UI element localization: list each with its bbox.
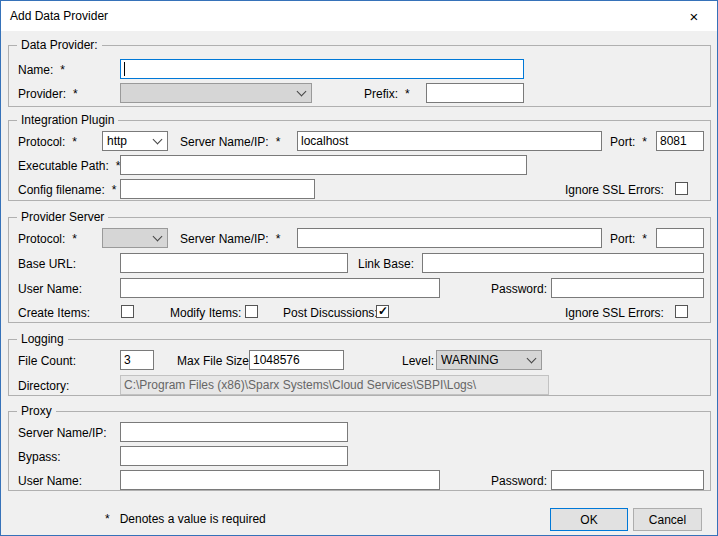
post-discussions-label: Post Discussions: [283, 306, 378, 320]
required-marker: * [405, 87, 410, 101]
prefix-label: Prefix: * [364, 87, 410, 101]
ip-port-label: Port: * [610, 135, 647, 149]
group-data-provider: Data Provider: Name: * Provider: * Prefi… [8, 45, 711, 107]
ip-protocol-label: Protocol: * [18, 135, 77, 149]
modify-items-checkbox[interactable] [245, 305, 258, 318]
ps-server-input[interactable] [297, 228, 602, 248]
provider-label-text: Provider: [18, 87, 66, 101]
ip-server-input[interactable] [297, 131, 602, 151]
base-url-input[interactable] [120, 253, 348, 273]
level-select-value: WARNING [441, 353, 522, 367]
ps-port-input[interactable] [656, 228, 704, 248]
close-icon: × [690, 8, 699, 25]
required-marker: * [72, 135, 77, 149]
ip-server-label: Server Name/IP: * [180, 135, 280, 149]
bypass-input[interactable] [120, 446, 348, 466]
ip-protocol-select-value: http [107, 134, 148, 148]
required-marker: * [73, 87, 78, 101]
add-data-provider-dialog: Add Data Provider × Data Provider: Name:… [0, 0, 718, 536]
proxy-server-input[interactable] [120, 422, 348, 442]
group-logging: Logging File Count: Max File Size: Level… [8, 339, 711, 396]
ps-user-name-input[interactable] [120, 278, 440, 298]
group-title-logging: Logging [17, 332, 68, 346]
proxy-user-name-label: User Name: [18, 474, 82, 488]
ps-port-label-text: Port: [610, 232, 635, 246]
proxy-user-name-input[interactable] [120, 470, 440, 490]
required-marker: * [642, 135, 647, 149]
level-label-text: Level: [402, 354, 434, 368]
modify-items-label-text: Modify Items: [170, 306, 241, 320]
ps-user-name-label: User Name: [18, 282, 82, 296]
prefix-input[interactable] [426, 83, 524, 103]
name-label: Name: * [18, 63, 65, 77]
proxy-server-label-text: Server Name/IP: [18, 426, 107, 440]
chevron-down-icon [153, 134, 163, 144]
group-title-integration-plugin: Integration Plugin [17, 113, 118, 127]
cancel-button[interactable]: Cancel [633, 508, 702, 531]
link-base-input[interactable] [422, 253, 704, 273]
proxy-password-input[interactable] [551, 470, 704, 490]
level-select[interactable]: WARNING [436, 350, 542, 370]
chevron-down-icon [153, 231, 163, 241]
required-note-text: Denotes a value is required [120, 512, 266, 526]
create-items-checkbox[interactable] [121, 305, 134, 318]
post-discussions-checkbox[interactable] [376, 305, 389, 318]
ip-port-input[interactable] [656, 131, 704, 151]
group-provider-server: Provider Server Protocol: * Server Name/… [8, 217, 711, 323]
required-marker: * [642, 232, 647, 246]
bypass-label: Bypass: [18, 450, 61, 464]
ip-ignore-ssl-label-text: Ignore SSL Errors: [565, 183, 664, 197]
window-title: Add Data Provider [10, 9, 108, 23]
ps-server-label-text: Server Name/IP: [180, 232, 269, 246]
group-integration-plugin: Integration Plugin Protocol: * http Serv… [8, 120, 711, 201]
provider-select[interactable] [120, 83, 312, 103]
required-marker: * [112, 183, 117, 197]
titlebar: Add Data Provider [1, 1, 717, 31]
required-marker: * [276, 232, 281, 246]
ok-button[interactable]: OK [550, 508, 628, 531]
ps-protocol-label-text: Protocol: [18, 232, 65, 246]
file-count-label-text: File Count: [18, 354, 76, 368]
create-items-label: Create Items: [18, 306, 90, 320]
max-file-size-input[interactable] [249, 350, 344, 370]
ip-server-label-text: Server Name/IP: [180, 135, 269, 149]
group-proxy: Proxy Server Name/IP: Bypass: User Name:… [8, 411, 711, 491]
base-url-label-text: Base URL: [18, 257, 76, 271]
directory-label-text: Directory: [18, 379, 69, 393]
ip-protocol-select[interactable]: http [102, 131, 168, 151]
ps-user-name-label-text: User Name: [18, 282, 82, 296]
ps-port-label: Port: * [610, 232, 647, 246]
ip-ignore-ssl-checkbox[interactable] [675, 182, 688, 195]
required-marker: * [105, 512, 110, 526]
modify-items-label: Modify Items: [170, 306, 241, 320]
prefix-label-text: Prefix: [364, 87, 398, 101]
file-count-input[interactable] [120, 350, 154, 370]
close-button[interactable]: × [671, 1, 717, 31]
ps-ignore-ssl-checkbox[interactable] [675, 305, 688, 318]
required-marker: * [276, 135, 281, 149]
required-marker: * [60, 63, 65, 77]
link-base-label: Link Base: [358, 257, 414, 271]
directory-field [120, 375, 549, 395]
provider-label: Provider: * [18, 87, 78, 101]
executable-path-input[interactable] [120, 155, 527, 175]
config-filename-label: Config filename: * [18, 183, 116, 197]
chevron-down-icon [297, 86, 307, 96]
name-label-text: Name: [18, 63, 53, 77]
ps-protocol-select[interactable] [102, 228, 168, 248]
required-marker: * [72, 232, 77, 246]
base-url-label: Base URL: [18, 257, 76, 271]
name-input[interactable] [120, 59, 524, 79]
chevron-down-icon [527, 353, 537, 363]
executable-path-label-text: Executable Path: [18, 159, 109, 173]
config-filename-input[interactable] [120, 179, 315, 199]
proxy-password-label-text: Password: [491, 474, 547, 488]
proxy-user-name-label-text: User Name: [18, 474, 82, 488]
ps-password-input[interactable] [551, 278, 704, 298]
proxy-password-label: Password: [491, 474, 547, 488]
link-base-label-text: Link Base: [358, 257, 414, 271]
group-title-data-provider: Data Provider: [17, 38, 102, 52]
create-items-label-text: Create Items: [18, 306, 90, 320]
proxy-server-label: Server Name/IP: [18, 426, 107, 440]
ps-protocol-label: Protocol: * [18, 232, 77, 246]
